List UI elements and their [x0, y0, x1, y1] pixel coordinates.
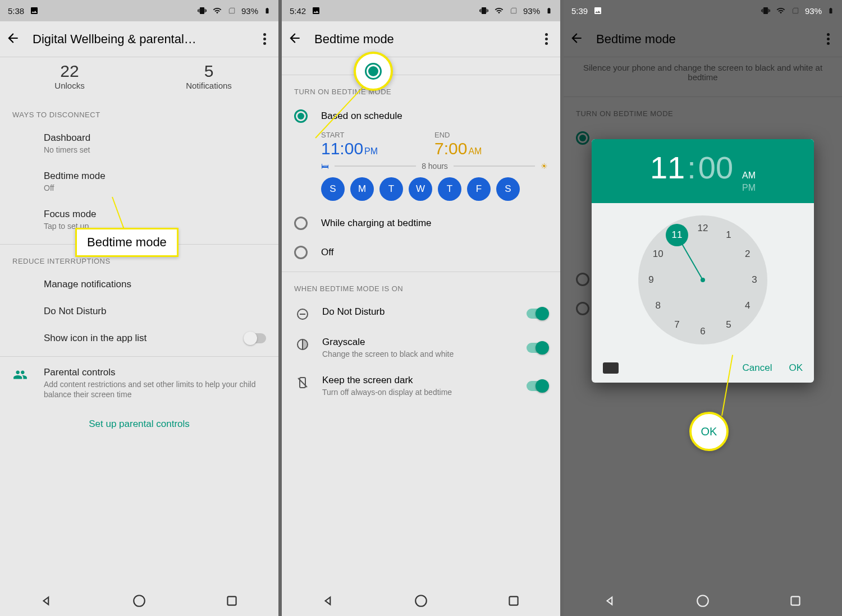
turn-on-header: TURN ON BEDTIME MODE — [564, 97, 842, 123]
time-picker-header: 11 : 00 AM PM — [592, 139, 814, 203]
grayscale-row[interactable]: GrayscaleChange the screen to black and … — [282, 329, 560, 367]
end-time[interactable]: END 7:00AM — [434, 131, 548, 158]
battery-icon — [827, 6, 834, 16]
overflow-menu[interactable] — [256, 31, 273, 47]
dnd-toggle[interactable] — [527, 309, 548, 319]
am-button[interactable]: AM — [742, 171, 756, 181]
back-button[interactable] — [6, 31, 20, 48]
clock-text: 5:38 — [8, 6, 24, 16]
back-button[interactable] — [569, 31, 584, 48]
screenshot-2: 5:42 93% Bedtime mode TURN ON BEDTIME MO… — [282, 0, 560, 616]
show-icon-item[interactable]: Show icon in the app list — [0, 325, 278, 352]
back-button[interactable] — [287, 31, 302, 48]
nav-back-icon[interactable] — [321, 594, 336, 608]
dnd-icon — [294, 306, 311, 321]
day-chip[interactable]: F — [467, 177, 491, 201]
day-chip[interactable]: S — [496, 177, 520, 201]
callout-radio — [354, 52, 393, 91]
notifications-stat[interactable]: 5 Notifications — [139, 62, 278, 90]
ways-to-disconnect-header: WAYS TO DISCONNECT — [0, 98, 278, 125]
do-not-disturb-item[interactable]: Do Not Disturb — [0, 298, 278, 325]
status-bar: 5:42 93% — [282, 0, 560, 21]
day-chip[interactable]: S — [321, 177, 345, 201]
day-chip[interactable]: T — [379, 177, 403, 201]
overflow-menu[interactable] — [820, 31, 836, 47]
hour-1[interactable]: 1 — [726, 229, 731, 241]
grayscale-toggle[interactable] — [527, 343, 548, 353]
battery-text: 93% — [523, 6, 540, 16]
keyboard-icon[interactable] — [603, 362, 619, 374]
option-based-on-schedule[interactable]: Based on schedule — [282, 102, 560, 131]
overflow-menu[interactable] — [538, 31, 555, 47]
nav-bar — [0, 586, 278, 616]
no-sim-icon — [510, 6, 518, 15]
show-icon-toggle[interactable] — [245, 333, 266, 343]
hour-6[interactable]: 6 — [700, 326, 705, 337]
nav-recent-icon[interactable] — [225, 594, 239, 608]
dashboard-item[interactable]: Dashboard No timers set — [0, 125, 278, 163]
hour-4[interactable]: 4 — [745, 300, 750, 311]
wifi-icon — [212, 6, 222, 15]
nav-back-icon[interactable] — [603, 594, 617, 608]
svg-point-0 — [134, 595, 145, 606]
hour-display[interactable]: 11 — [650, 149, 685, 186]
option-while-charging[interactable]: While charging at bedtime — [282, 209, 560, 238]
page-title: Digital Wellbeing & parental… — [33, 32, 244, 47]
vibrate-icon — [761, 6, 770, 15]
duration-text: 8 hours — [422, 162, 448, 171]
hour-9[interactable]: 9 — [648, 274, 653, 286]
keep-dark-toggle[interactable] — [527, 381, 548, 391]
wifi-icon — [494, 6, 504, 15]
hour-10[interactable]: 10 — [653, 249, 663, 260]
nav-home-icon[interactable] — [695, 594, 710, 608]
hour-3[interactable]: 3 — [752, 274, 757, 286]
svg-rect-1 — [228, 596, 236, 605]
radio-icon[interactable] — [294, 246, 308, 259]
sun-icon: ☀ — [541, 162, 548, 171]
page-title: Bedtime mode — [314, 32, 525, 47]
ok-button[interactable]: OK — [789, 362, 803, 374]
svg-point-7 — [415, 595, 427, 606]
nav-recent-icon[interactable] — [788, 594, 803, 608]
day-chip[interactable]: W — [409, 177, 432, 201]
no-sim-icon — [791, 6, 799, 15]
image-icon — [30, 6, 39, 15]
unlocks-stat[interactable]: 22 Unlocks — [0, 62, 139, 90]
turn-on-header: TURN ON BEDTIME MODE — [282, 75, 560, 102]
grayscale-icon — [294, 337, 311, 351]
start-time[interactable]: START 11:00PM — [321, 131, 434, 158]
nav-recent-icon[interactable] — [506, 594, 521, 608]
hour-12[interactable]: 12 — [698, 223, 708, 234]
keep-dark-row[interactable]: Keep the screen darkTurn off always-on d… — [282, 367, 560, 405]
nav-home-icon[interactable] — [132, 594, 147, 608]
image-icon — [593, 6, 602, 15]
nav-bar — [282, 586, 560, 616]
setup-parental-controls-button[interactable]: Set up parental controls — [0, 407, 278, 441]
stats-row: 22 Unlocks 5 Notifications — [0, 57, 278, 98]
bedtime-mode-item[interactable]: Bedtime mode Off — [0, 163, 278, 201]
pm-button[interactable]: PM — [742, 183, 756, 193]
clock-text: 5:42 — [290, 6, 306, 16]
manage-notifications-item[interactable]: Manage notifications — [0, 271, 278, 298]
nav-back-icon[interactable] — [39, 594, 54, 608]
battery-icon — [264, 6, 271, 16]
vibrate-icon — [479, 6, 488, 15]
radio-icon[interactable] — [294, 217, 308, 230]
parental-controls-item[interactable]: Parental controls Add content restrictio… — [0, 357, 278, 407]
cancel-button[interactable]: Cancel — [743, 362, 772, 374]
hour-5[interactable]: 5 — [726, 319, 731, 330]
schedule-block: START 11:00PM END 7:00AM 🛏 8 hours ☀ SMT… — [282, 131, 560, 209]
hour-7[interactable]: 7 — [674, 319, 679, 330]
option-off[interactable]: Off — [282, 238, 560, 267]
hour-2[interactable]: 2 — [745, 249, 750, 260]
day-chip[interactable]: M — [350, 177, 374, 201]
radio-icon[interactable] — [294, 109, 308, 123]
app-bar: Bedtime mode — [282, 21, 560, 57]
selected-hour[interactable]: 11 — [666, 224, 688, 246]
day-chip[interactable]: T — [438, 177, 461, 201]
clock-face[interactable]: 123456789101112 — [638, 215, 767, 344]
nav-home-icon[interactable] — [414, 594, 428, 608]
hour-8[interactable]: 8 — [656, 300, 661, 311]
minute-display[interactable]: 00 — [698, 149, 733, 186]
dnd-row[interactable]: Do Not Disturb — [282, 298, 560, 329]
